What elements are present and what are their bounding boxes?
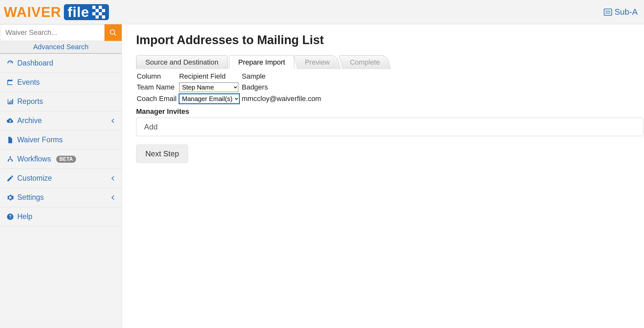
tab-prepare-import[interactable]: Prepare Import <box>229 55 295 69</box>
beta-badge: BETA <box>56 156 76 163</box>
sidebar-item-label: Reports <box>17 97 43 106</box>
tabs: Source and DestinationPrepare ImportPrev… <box>136 55 644 69</box>
advanced-search-link[interactable]: Advanced Search <box>0 41 122 54</box>
gear-icon <box>6 194 14 201</box>
calendar-icon <box>6 79 14 86</box>
add-invite-button[interactable]: Add <box>136 118 643 136</box>
sidebar-item-label: Waiver Forms <box>17 136 63 144</box>
recipient-field-select[interactable]: Manager Email(s) <box>179 94 239 104</box>
next-step-button[interactable]: Next Step <box>136 144 188 163</box>
sidebar-item-label: Workflows <box>17 155 51 163</box>
sidebar-item-settings[interactable]: Settings <box>0 188 122 207</box>
sidebar-item-dashboard[interactable]: Dashboard <box>0 54 122 73</box>
sub-account-link[interactable]: Sub-A <box>604 7 638 17</box>
sidebar-item-customize[interactable]: Customize <box>0 169 122 188</box>
sidebar-item-label: Settings <box>17 193 44 202</box>
col-header-field: Recipient Field <box>179 72 241 81</box>
sidebar-item-archive[interactable]: Archive <box>0 111 122 130</box>
tab-source-and-destination[interactable]: Source and Destination <box>136 55 228 69</box>
app-header: WAIVER file Sub-A <box>0 0 644 24</box>
table-row: Coach EmailManager Email(s)mmccloy@waive… <box>137 93 323 104</box>
mapping-table: Column Recipient Field Sample Team NameS… <box>136 71 324 105</box>
logo[interactable]: WAIVER file <box>4 4 109 20</box>
edit-icon <box>6 175 14 182</box>
tab-complete: Complete <box>339 55 391 69</box>
manager-invites-label: Manager Invites <box>136 107 644 116</box>
search-icon <box>109 29 117 36</box>
col-header-column: Column <box>137 72 179 81</box>
dashboard-icon <box>6 59 14 67</box>
search-input[interactable] <box>0 24 104 41</box>
page-title: Import Addresses to Mailing List <box>136 33 644 47</box>
sidebar-item-label: Customize <box>17 174 52 183</box>
search-button[interactable] <box>104 24 122 41</box>
chart-icon <box>6 98 14 105</box>
sidebar-item-label: Dashboard <box>17 59 53 67</box>
sidebar-item-events[interactable]: Events <box>0 73 122 92</box>
logo-text-waiver: WAIVER <box>4 4 61 20</box>
cloud-download-icon <box>6 117 14 125</box>
tab-preview: Preview <box>294 55 341 69</box>
sidebar-item-workflows[interactable]: WorkflowsBETA <box>0 150 122 169</box>
sample-value: Badgers <box>242 82 323 93</box>
sidebar-item-waiver-forms[interactable]: Waiver Forms <box>0 130 122 150</box>
chevron-left-icon <box>111 195 116 199</box>
checker-icon <box>92 6 105 19</box>
sidebar-item-label: Archive <box>17 116 42 125</box>
sidebar-item-reports[interactable]: Reports <box>0 92 122 111</box>
sitemap-icon <box>6 155 14 163</box>
table-row: Team NameStep NameBadgers <box>137 82 323 93</box>
recipient-field-select[interactable]: Step Name <box>179 82 238 92</box>
col-header-sample: Sample <box>242 72 323 81</box>
list-icon <box>604 9 612 16</box>
sidebar: Advanced Search DashboardEventsReportsAr… <box>0 24 122 328</box>
chevron-left-icon <box>111 176 116 180</box>
sidebar-item-label: Events <box>17 78 40 87</box>
main-content: Import Addresses to Mailing List Source … <box>122 24 644 328</box>
sidebar-item-label: Help <box>17 212 32 221</box>
column-name: Team Name <box>137 82 179 93</box>
sample-value: mmccloy@waiverfile.com <box>242 93 323 104</box>
help-icon <box>6 213 14 221</box>
sidebar-item-help[interactable]: Help <box>0 207 122 226</box>
chevron-left-icon <box>111 118 116 123</box>
file-icon <box>6 136 14 144</box>
column-name: Coach Email <box>137 93 179 104</box>
logo-text-file: file <box>64 4 109 20</box>
